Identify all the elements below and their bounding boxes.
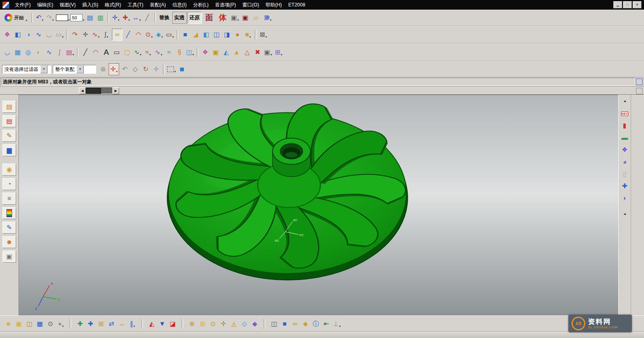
sequence-icon[interactable]: ◬ xyxy=(229,318,239,330)
menu-edit[interactable]: 编辑(E) xyxy=(34,0,56,10)
tube-icon[interactable]: ◐ xyxy=(34,47,43,58)
pattern-face-icon[interactable]: ❖ xyxy=(200,47,210,58)
paste-feature-icon[interactable]: ⊞▾ xyxy=(274,47,283,58)
swept-icon[interactable]: ∿ xyxy=(44,47,54,58)
component-grid-icon[interactable]: ▦ xyxy=(35,318,45,330)
dropdown-arrow-icon[interactable]: ▾ xyxy=(161,53,162,56)
dropdown-arrow-icon[interactable]: ▾ xyxy=(237,19,239,22)
new-component-icon[interactable]: ✚ xyxy=(86,318,95,330)
internet-explorer-icon[interactable]: ◉ xyxy=(2,164,16,176)
assembly-info-icon[interactable]: ⓘ xyxy=(311,318,321,330)
dropdown-arrow-icon[interactable]: ▾ xyxy=(128,19,130,22)
dropdown-arrow-icon[interactable]: ▾ xyxy=(174,70,176,73)
scale-body-icon[interactable]: ▲ xyxy=(232,47,242,58)
dropdown-arrow-icon[interactable]: ▾ xyxy=(42,19,43,22)
undo-view-icon[interactable]: ↶ xyxy=(120,64,130,75)
history-icon[interactable]: ◔ xyxy=(2,178,16,190)
dropdown-arrow-icon[interactable]: ▾ xyxy=(83,19,85,22)
dropdown-arrow-icon[interactable]: ▾ xyxy=(62,325,64,328)
dropdown-arrow-icon[interactable]: ▾ xyxy=(140,53,141,56)
dropdown-arrow-icon[interactable]: ▾ xyxy=(281,53,282,56)
graphics-window[interactable]: ZC YC XC X Y Z xyxy=(19,95,618,315)
studio-surface-icon[interactable]: ◎ xyxy=(23,47,33,58)
through-curves-icon[interactable]: ◡ xyxy=(2,47,12,58)
shaded-view-icon[interactable]: ■ xyxy=(177,64,187,75)
measure-assembly-icon[interactable]: ⇤ xyxy=(322,318,331,330)
menu-help[interactable]: 帮助(H) xyxy=(262,0,285,10)
palette-tab-icon[interactable]: ◕ xyxy=(620,157,630,167)
rotate-view-icon[interactable]: ↻ xyxy=(141,64,151,75)
join-curve-icon[interactable]: ∫▾ xyxy=(101,29,111,40)
scenes-tab-icon[interactable]: ◗ xyxy=(620,193,630,203)
dropdown-arrow-icon[interactable]: ▾ xyxy=(98,35,99,39)
pattern-component-icon[interactable]: ⊞ xyxy=(96,318,106,330)
roles-icon[interactable]: ☻ xyxy=(2,236,16,248)
dropdown-arrow-icon[interactable]: ▾ xyxy=(107,35,108,39)
menu-file[interactable]: 文件(F) xyxy=(12,0,34,10)
unite-icon[interactable]: ◫ xyxy=(212,29,221,40)
mirror-assembly-icon[interactable]: ◭ xyxy=(147,318,157,330)
snapshot-camera-icon[interactable]: ⊙ xyxy=(45,318,55,330)
copy-feature-icon[interactable]: ▣▾ xyxy=(263,47,273,58)
scroll-left-icon[interactable]: ◀ xyxy=(79,87,86,94)
face-button[interactable]: 面 xyxy=(203,12,216,23)
revolve-icon[interactable]: ◑ xyxy=(23,29,33,40)
mirror-geometry-icon[interactable]: ◭ xyxy=(221,47,231,58)
scroll-right-icon[interactable]: ▶ xyxy=(112,87,119,94)
combo-dropdown-icon[interactable]: ▼ xyxy=(40,65,47,73)
combo-dropdown-icon[interactable]: ▼ xyxy=(76,65,84,73)
mesh-more-icon[interactable]: ▤▾ xyxy=(65,47,75,58)
assembly-constraints-icon[interactable]: ∥▾ xyxy=(128,318,137,330)
arc-point-icon[interactable]: ◠ xyxy=(134,29,143,40)
manage-templates-icon[interactable]: ✎ xyxy=(2,222,16,234)
marquee-select-icon[interactable]: ▾ xyxy=(167,64,176,75)
workpart-box-icon[interactable]: ■ xyxy=(280,318,289,330)
window-tile-icon[interactable]: ❖ xyxy=(2,29,12,40)
reuse-library-tab-icon[interactable]: ❖ xyxy=(620,145,630,155)
layer-visible-icon[interactable]: ▥ xyxy=(96,12,105,23)
block-icon[interactable]: ■ xyxy=(180,29,190,40)
sphere-icon[interactable]: ● xyxy=(233,29,242,40)
pipe-curve-icon[interactable]: ◫▾ xyxy=(185,47,195,58)
key-shot-tab-icon[interactable]: KEY xyxy=(620,109,630,118)
close-button[interactable]: ✕ xyxy=(633,1,642,8)
check-clearance-icon[interactable]: ∞ xyxy=(290,318,300,330)
translucency-button[interactable]: 实透 xyxy=(172,12,187,24)
pattern-geometry-icon[interactable]: ▣ xyxy=(211,47,221,58)
dropdown-arrow-icon[interactable]: ▾ xyxy=(192,53,194,56)
selection-filter-combo[interactable]: 没有选择过滤器 ▼ xyxy=(2,65,51,74)
helix-icon[interactable]: § xyxy=(175,47,184,58)
dropdown-arrow-icon[interactable]: ▾ xyxy=(62,35,64,39)
extrude-icon[interactable]: ◧ xyxy=(13,29,23,40)
replace-component-icon[interactable]: ⇄ xyxy=(107,318,116,330)
app-icon[interactable] xyxy=(2,2,9,8)
n-sided-surface-icon[interactable]: ∫ xyxy=(55,47,64,58)
start-button[interactable]: 开始 ▾ xyxy=(2,12,30,24)
wrap-curve-icon[interactable]: ∿▾ xyxy=(91,29,101,40)
gold-sheet-icon[interactable]: ▱ xyxy=(251,12,261,23)
rectangle-tool-icon[interactable]: ▭▾ xyxy=(165,29,175,40)
law-curve-icon[interactable]: ≈ xyxy=(164,47,174,58)
product-interface-icon[interactable]: ⊙ xyxy=(208,318,218,330)
she-button[interactable]: 涉▾ xyxy=(262,12,275,23)
rectangle2-icon[interactable]: ▭ xyxy=(112,47,122,58)
windows-icon[interactable]: ▣ xyxy=(2,251,16,263)
bend-sheet-icon[interactable]: ◡ xyxy=(44,29,54,40)
redo-icon[interactable]: ↷▾ xyxy=(45,12,55,23)
ruled-sheet-icon[interactable]: ◧ xyxy=(201,29,211,40)
select-point-icon[interactable]: ✛▾ xyxy=(109,63,119,75)
part-navigator-icon[interactable]: ✎ xyxy=(2,130,16,142)
process-studio-icon[interactable]: ≡ xyxy=(2,193,16,205)
visual-reports-icon[interactable]: ▆ xyxy=(2,144,16,156)
layer-settings-icon[interactable]: ▤ xyxy=(85,12,95,23)
horizontal-scrollbar[interactable]: ◀ ▶ xyxy=(79,87,119,93)
dropdown-arrow-icon[interactable]: ▾ xyxy=(270,53,272,56)
minimize-button[interactable]: ▁ xyxy=(613,1,622,8)
clay-model-icon[interactable]: ●▾ xyxy=(56,318,66,330)
assembly-cut-icon[interactable]: ◆ xyxy=(250,318,260,330)
dropdown-arrow-icon[interactable]: ▾ xyxy=(134,325,135,328)
interpart-link-icon[interactable]: ⊞ xyxy=(198,318,207,330)
pan-view-icon[interactable]: ✛ xyxy=(151,64,161,75)
arrangements-icon[interactable]: ◇ xyxy=(239,318,249,330)
line2-icon[interactable]: ╱ xyxy=(80,47,90,58)
